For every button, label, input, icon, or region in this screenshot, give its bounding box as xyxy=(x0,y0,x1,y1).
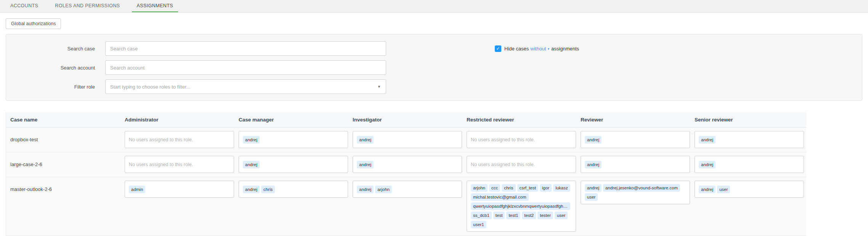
user-chip[interactable]: andrej.jesenko@vound-software.com xyxy=(603,184,680,192)
filter-panel: Search case Search account Filter role ▼… xyxy=(6,34,862,101)
user-chip[interactable]: andrej xyxy=(357,136,374,144)
user-chip[interactable]: andrej xyxy=(585,161,602,168)
role-assignment-box[interactable]: andrej xyxy=(239,131,348,148)
role-assignment-box[interactable]: No users assigned to this role. xyxy=(125,156,234,173)
global-authorizations-button[interactable]: Global authorizations xyxy=(6,18,61,29)
user-chip[interactable]: andrej xyxy=(357,161,374,168)
search-case-label: Search case xyxy=(6,46,105,52)
user-chip[interactable]: qwertyuiopasdfghjklzxcvbnmqwertyuiopasdf… xyxy=(471,202,570,210)
user-chip[interactable]: lukasz xyxy=(553,184,570,192)
hide-cases-control: ✓ Hide cases without ▾ assignments xyxy=(495,45,579,52)
case-name: master-outlook-2-6 xyxy=(6,181,122,198)
user-chip[interactable]: csrf_test xyxy=(517,184,538,192)
role-cell-reviewer: andrej xyxy=(578,131,692,148)
user-chip[interactable]: chris xyxy=(261,186,275,193)
column-header-senior-reviewer: Senior reviewer xyxy=(692,117,806,123)
user-chip[interactable]: andrej xyxy=(699,161,716,168)
role-cell-senior-reviewer: andrej xyxy=(692,156,806,173)
user-chip[interactable]: user1 xyxy=(471,221,486,228)
role-assignment-box[interactable]: andrej xyxy=(695,156,804,173)
empty-assignment-text: No users assigned to this role. xyxy=(129,137,193,142)
hide-cases-text-before: Hide cases xyxy=(504,46,529,52)
role-assignment-box[interactable]: andrej xyxy=(581,156,690,173)
user-chip[interactable]: user xyxy=(585,193,598,201)
user-chip[interactable]: admin xyxy=(129,186,145,193)
user-chip[interactable]: tester xyxy=(537,212,553,219)
hide-cases-checkbox[interactable]: ✓ xyxy=(495,45,501,52)
user-chip[interactable]: andrej xyxy=(585,136,602,144)
role-cell-administrator: admin xyxy=(122,181,236,198)
user-chip[interactable]: andrej xyxy=(585,184,602,192)
role-cell-case-manager: andrej xyxy=(236,131,350,148)
user-chip[interactable]: test xyxy=(493,212,505,219)
chevron-down-icon[interactable]: ▾ xyxy=(548,47,550,51)
user-chip[interactable]: andrej xyxy=(243,161,260,168)
empty-assignment-text: No users assigned to this role. xyxy=(471,137,535,142)
role-assignment-box[interactable]: andrej xyxy=(353,156,462,173)
role-assignment-box[interactable]: No users assigned to this role. xyxy=(467,131,576,148)
user-chip[interactable]: test2 xyxy=(522,212,536,219)
filter-role-input[interactable] xyxy=(105,79,386,94)
column-header-case-manager: Case manager xyxy=(236,117,350,123)
search-account-input[interactable] xyxy=(105,60,386,75)
assignments-table-body: dropbox-testNo users assigned to this ro… xyxy=(6,128,806,236)
role-cell-administrator: No users assigned to this role. xyxy=(122,131,236,148)
role-assignment-box[interactable]: andrej xyxy=(353,131,462,148)
role-assignment-box[interactable]: andrejchris xyxy=(239,181,348,198)
hide-cases-mode-link[interactable]: without xyxy=(530,46,546,52)
role-cell-case-manager: andrejchris xyxy=(236,181,350,198)
table-row: master-outlook-2-6adminandrejchrisandrej… xyxy=(6,177,806,236)
user-chip[interactable]: arjohn xyxy=(375,186,392,193)
case-name: dropbox-test xyxy=(6,131,122,148)
column-header-reviewer: Reviewer xyxy=(578,117,692,123)
table-header-row: Case name Administrator Case manager Inv… xyxy=(6,112,806,128)
role-cell-restricted-reviewer: arjohncccchriscsrf_testigorlukaszmichal.… xyxy=(464,181,578,232)
user-chip[interactable]: michal.testovic@gmail.com xyxy=(471,193,529,201)
role-cell-reviewer: andrej xyxy=(578,156,692,173)
tab-assignments[interactable]: ASSIGNMENTS xyxy=(132,0,178,12)
tab-accounts[interactable]: ACCOUNTS xyxy=(5,0,43,12)
column-header-investigator: Investigator xyxy=(350,117,464,123)
user-chip[interactable]: andrej xyxy=(357,186,374,193)
user-chip[interactable]: igor xyxy=(540,184,552,192)
role-cell-case-manager: andrej xyxy=(236,156,350,173)
user-chip[interactable]: arjohn xyxy=(471,184,488,192)
user-chip[interactable]: andrej xyxy=(243,136,260,144)
role-assignment-box[interactable]: No users assigned to this role. xyxy=(125,131,234,148)
role-assignment-box[interactable]: andrejarjohn xyxy=(353,181,462,198)
hide-cases-text-after: assignments xyxy=(551,46,579,52)
role-assignment-box[interactable]: andrejandrej.jesenko@vound-software.comu… xyxy=(581,181,690,204)
search-account-label: Search account xyxy=(6,65,105,71)
column-header-restricted-reviewer: Restricted reviewer xyxy=(464,117,578,123)
user-chip[interactable]: ccc xyxy=(489,184,500,192)
table-row: large-case-2-6No users assigned to this … xyxy=(6,152,806,177)
role-assignment-box[interactable]: No users assigned to this role. xyxy=(467,156,576,173)
table-row: dropbox-testNo users assigned to this ro… xyxy=(6,128,806,152)
column-header-case-name: Case name xyxy=(6,117,122,123)
tab-roles-and-permissions[interactable]: ROLES AND PERMISSIONS xyxy=(50,0,125,12)
empty-assignment-text: No users assigned to this role. xyxy=(471,162,535,167)
search-case-input[interactable] xyxy=(105,41,386,56)
role-assignment-box[interactable]: andrejuser xyxy=(695,181,804,198)
role-assignment-box[interactable]: andrej xyxy=(581,131,690,148)
user-chip[interactable]: test1 xyxy=(506,212,520,219)
user-chip[interactable]: andrej xyxy=(699,136,716,144)
user-chip[interactable]: andrej xyxy=(243,186,260,193)
role-cell-investigator: andrej xyxy=(350,131,464,148)
role-assignment-box[interactable]: andrej xyxy=(695,131,804,148)
assignments-table: Case name Administrator Case manager Inv… xyxy=(6,112,806,236)
role-assignment-box[interactable]: admin xyxy=(125,181,234,198)
role-assignment-box[interactable]: andrej xyxy=(239,156,348,173)
user-chip[interactable]: chris xyxy=(502,184,515,192)
toolbar: Global authorizations xyxy=(0,13,868,29)
role-cell-senior-reviewer: andrejuser xyxy=(692,181,806,198)
role-assignment-box[interactable]: arjohncccchriscsrf_testigorlukaszmichal.… xyxy=(467,181,576,232)
role-cell-restricted-reviewer: No users assigned to this role. xyxy=(464,156,578,173)
user-chip[interactable]: user xyxy=(555,212,568,219)
user-chip[interactable]: andrej xyxy=(699,186,716,193)
user-chip[interactable]: ss_dcb1 xyxy=(471,212,492,219)
role-cell-administrator: No users assigned to this role. xyxy=(122,156,236,173)
role-cell-investigator: andrej xyxy=(350,156,464,173)
case-name: large-case-2-6 xyxy=(6,156,122,173)
user-chip[interactable]: user xyxy=(717,186,730,193)
